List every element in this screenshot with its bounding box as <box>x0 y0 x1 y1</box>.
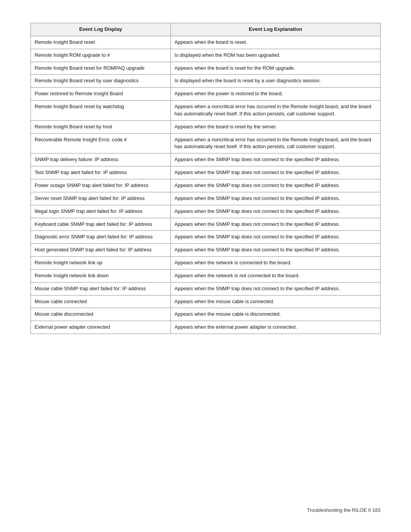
table-row: Recoverable Remote Insight Error, code #… <box>31 133 381 153</box>
table-row: Remote Insight network link downAppears … <box>31 269 381 282</box>
event-explanation-cell: Appears when a noncritical error has occ… <box>170 133 380 153</box>
event-display-cell: Remote Insight ROM upgrade to # <box>31 49 171 62</box>
table-row: Host generated SNMP trap alert failed fo… <box>31 244 381 257</box>
event-display-cell: Diagnostic error SNMP trap alert failed … <box>31 231 171 244</box>
table-row: SNMP trap delivery failure: IP addressAp… <box>31 153 381 166</box>
event-explanation-cell: Appears when the network is connected to… <box>170 257 380 270</box>
col-header-explanation: Event Log Explanation <box>170 23 380 36</box>
event-explanation-cell: Appears when the SNMP trap does not conn… <box>170 282 380 295</box>
page-container: Event Log Display Event Log Explanation … <box>0 0 411 364</box>
event-display-cell: Remote Insight Board reset for ROMPAQ up… <box>31 62 171 75</box>
event-display-cell: Keyboard cable SNMP trap alert failed fo… <box>31 218 171 231</box>
table-row: Remote Insight Board reset by user diagn… <box>31 75 381 88</box>
event-display-cell: Server reset SNMP trap alert failed for:… <box>31 192 171 205</box>
table-row: Keyboard cable SNMP trap alert failed fo… <box>31 218 381 231</box>
event-explanation-cell: Appears when a noncritical error has occ… <box>170 101 380 121</box>
table-row: Remote Insight ROM upgrade to #Is displa… <box>31 49 381 62</box>
page-footer: Troubleshooting the RILOE II 183 <box>307 507 381 513</box>
event-explanation-cell: Appears when the external power adapter … <box>170 321 380 334</box>
table-row: Power restored to Remote Insight BoardAp… <box>31 88 381 101</box>
table-row: Remote Insight Board reset by hostAppear… <box>31 120 381 133</box>
event-display-cell: SNMP trap delivery failure: IP address <box>31 153 171 166</box>
event-display-cell: Remote Insight Board reset <box>31 36 171 49</box>
event-explanation-cell: Appears when the SNMP trap does not conn… <box>170 231 380 244</box>
table-header-row: Event Log Display Event Log Explanation <box>31 23 381 36</box>
event-explanation-cell: Appears when the SMNP trap does not conn… <box>170 153 380 166</box>
table-row: Mouse cable disconnectedAppears when the… <box>31 308 381 321</box>
event-display-cell: Remote Insight network link up <box>31 257 171 270</box>
event-display-cell: Illegal login SNMP trap alert failed for… <box>31 205 171 218</box>
table-row: Remote Insight Board reset by watchdogAp… <box>31 101 381 121</box>
event-display-cell: Recoverable Remote Insight Error, code # <box>31 133 171 153</box>
col-header-display: Event Log Display <box>31 23 171 36</box>
table-row: Remote Insight Board resetAppears when t… <box>31 36 381 49</box>
event-display-cell: Mouse cable SNMP trap alert failed for: … <box>31 282 171 295</box>
event-explanation-cell: Appears when the board is reset by the s… <box>170 120 380 133</box>
table-row: Remote Insight Board reset for ROMPAQ up… <box>31 62 381 75</box>
table-row: External power adapter connectedAppears … <box>31 321 381 334</box>
event-display-cell: Power outage SNMP trap alert failed for:… <box>31 179 171 192</box>
event-explanation-cell: Appears when the board is reset. <box>170 36 380 49</box>
event-display-cell: Remote Insight Board reset by host <box>31 120 171 133</box>
table-row: Mouse cable SNMP trap alert failed for: … <box>31 282 381 295</box>
table-row: Diagnostic error SNMP trap alert failed … <box>31 231 381 244</box>
event-explanation-cell: Is displayed when the board is reset by … <box>170 75 380 88</box>
event-display-cell: Test SNMP trap alert failed for: IP addr… <box>31 166 171 179</box>
table-row: Illegal login SNMP trap alert failed for… <box>31 205 381 218</box>
event-display-cell: Remote Insight Board reset by watchdog <box>31 101 171 121</box>
event-display-cell: Mouse cable connected <box>31 295 171 308</box>
event-display-cell: Remote Insight Board reset by user diagn… <box>31 75 171 88</box>
event-explanation-cell: Appears when the SNMP trap does not conn… <box>170 192 380 205</box>
event-explanation-cell: Appears when the power is restored to th… <box>170 88 380 101</box>
table-row: Test SNMP trap alert failed for: IP addr… <box>31 166 381 179</box>
event-explanation-cell: Appears when the mouse cable is connecte… <box>170 295 380 308</box>
table-row: Remote Insight network link upAppears wh… <box>31 257 381 270</box>
event-explanation-cell: Appears when the SNMP trap does not conn… <box>170 166 380 179</box>
event-explanation-cell: Appears when the SNMP trap does not conn… <box>170 205 380 218</box>
event-display-cell: Mouse cable disconnected <box>31 308 171 321</box>
event-explanation-cell: Appears when the SNMP trap does not conn… <box>170 244 380 257</box>
event-display-cell: External power adapter connected <box>31 321 171 334</box>
event-explanation-cell: Appears when the board is reset for the … <box>170 62 380 75</box>
event-log-table: Event Log Display Event Log Explanation … <box>30 23 381 334</box>
event-explanation-cell: Appears when the mouse cable is disconne… <box>170 308 380 321</box>
table-row: Server reset SNMP trap alert failed for:… <box>31 192 381 205</box>
event-explanation-cell: Appears when the network is not connecte… <box>170 269 380 282</box>
event-explanation-cell: Appears when the SNMP trap does not conn… <box>170 218 380 231</box>
event-display-cell: Host generated SNMP trap alert failed fo… <box>31 244 171 257</box>
event-explanation-cell: Is displayed when the ROM has been upgra… <box>170 49 380 62</box>
event-display-cell: Power restored to Remote Insight Board <box>31 88 171 101</box>
table-row: Power outage SNMP trap alert failed for:… <box>31 179 381 192</box>
event-explanation-cell: Appears when the SNMP trap does not conn… <box>170 179 380 192</box>
table-row: Mouse cable connectedAppears when the mo… <box>31 295 381 308</box>
event-display-cell: Remote Insight network link down <box>31 269 171 282</box>
